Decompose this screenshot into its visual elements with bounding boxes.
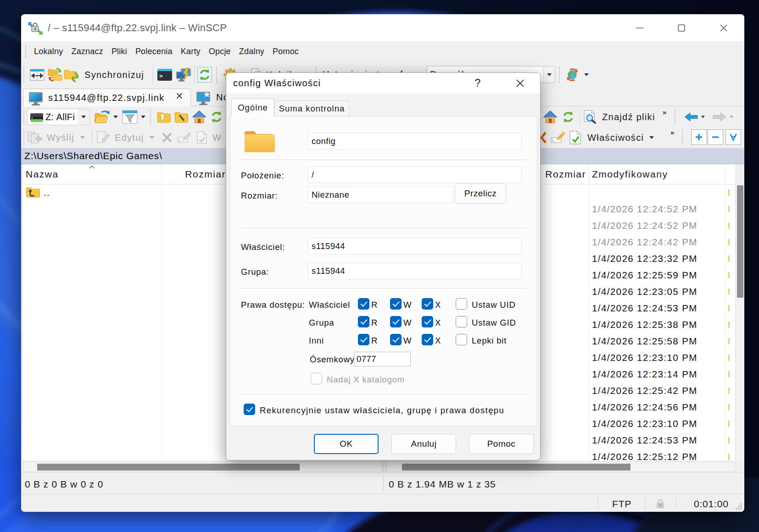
open-session-button[interactable] [174, 66, 193, 83]
dialog-tab-ogolne[interactable]: Ogólne [231, 99, 274, 116]
open-terminal-button[interactable]: > [156, 66, 174, 83]
menu-pliki[interactable]: Pliki [107, 47, 131, 56]
column-header-rozmiar[interactable]: Rozmiar [162, 164, 226, 184]
dialog-tab-suma-kontrolna[interactable]: Suma kontrolna [274, 100, 349, 116]
open-directory-dropdown[interactable] [112, 109, 120, 125]
help-button[interactable]: Pomoc [469, 434, 534, 454]
toolbar-overflow-chevron[interactable]: » [670, 128, 673, 136]
permission-checkbox-w[interactable] [390, 334, 402, 345]
home-directory-button[interactable] [190, 109, 208, 125]
toolbar-grip[interactable] [675, 109, 676, 125]
edit-button[interactable]: Edytuj [96, 129, 157, 146]
rename-right-button[interactable]: I.. [549, 129, 568, 146]
cancel-button[interactable]: Anuluj [391, 434, 456, 454]
home-directory-right-button[interactable] [541, 109, 559, 125]
vertical-scrollbar-thumb[interactable] [737, 185, 743, 298]
dialog-help-button[interactable]: ? [468, 73, 488, 93]
menu-zaznacz[interactable]: Zaznacz [67, 47, 107, 56]
close-button[interactable] [710, 14, 737, 41]
filter-button[interactable] [121, 109, 139, 125]
permission-checkbox-x[interactable] [422, 298, 433, 310]
menu-karty[interactable]: Karty [177, 47, 205, 56]
special-permission-checkbox[interactable] [456, 298, 467, 310]
toolbar-grip[interactable] [23, 130, 25, 145]
minimize-button[interactable] [626, 14, 653, 41]
special-permission-checkbox[interactable] [456, 316, 467, 327]
upload-button[interactable]: Wyślij [27, 129, 87, 146]
location-field[interactable]: / [307, 166, 522, 183]
synchronize-button[interactable]: Synchronizuj [64, 66, 151, 83]
refresh-right-button[interactable] [559, 109, 577, 125]
permission-checkbox-x[interactable] [422, 316, 433, 327]
root-directory-button[interactable] [173, 109, 190, 125]
permission-checkbox-x[interactable] [422, 334, 433, 345]
close-tab-icon[interactable] [176, 92, 183, 102]
find-files-button[interactable]: Znajdź pliki [583, 109, 661, 125]
maximize-button[interactable] [668, 14, 695, 41]
toolbar-grip[interactable] [23, 109, 25, 125]
selection-filter-button[interactable] [726, 129, 741, 145]
add-x-checkbox[interactable] [311, 373, 322, 384]
toolbar-grip[interactable] [216, 66, 218, 83]
permission-checkbox-r[interactable] [358, 334, 369, 345]
dialog-close-button[interactable] [510, 73, 530, 93]
toolbar-grip[interactable] [23, 66, 25, 83]
forward-dropdown[interactable] [728, 109, 735, 125]
refresh-button[interactable] [197, 67, 212, 83]
permission-checkbox-w[interactable] [390, 298, 402, 310]
drive-combobox[interactable]: Z: AllFi [27, 109, 90, 125]
vertical-scrollbar[interactable] [735, 184, 744, 461]
menu-pomoc[interactable]: Pomoc [268, 47, 303, 56]
back-dropdown[interactable] [699, 109, 707, 125]
ok-button[interactable]: OK [314, 434, 379, 454]
column-separator[interactable] [725, 164, 726, 184]
group-field[interactable]: s115944 [307, 263, 522, 279]
name-field[interactable]: config [307, 133, 522, 150]
filter-dropdown[interactable] [139, 109, 147, 125]
toolbar-overflow-chevron[interactable]: » [663, 108, 665, 116]
column-separator[interactable] [589, 164, 589, 184]
remote-scrollbar-thumb[interactable] [402, 464, 631, 471]
back-button[interactable] [682, 109, 700, 125]
octal-field[interactable]: 0777 [354, 352, 411, 366]
unselect-files-button[interactable] [708, 129, 723, 145]
local-horizontal-scrollbar[interactable] [23, 461, 382, 472]
rename-button[interactable]: I.. [175, 129, 194, 146]
permission-checkbox-w[interactable] [390, 316, 402, 327]
remote-horizontal-scrollbar[interactable] [387, 461, 735, 472]
resize-grip-icon[interactable] [735, 503, 742, 510]
refresh-left-button[interactable] [208, 109, 225, 125]
forward-button[interactable] [710, 109, 729, 125]
menu-zdalny[interactable]: Zdalny [235, 47, 268, 56]
permission-checkbox-r[interactable] [358, 316, 369, 327]
transfer-preset-dropdown[interactable] [543, 66, 555, 83]
synchronization-dropdown[interactable] [582, 66, 591, 83]
properties-right-button[interactable]: Właściwości [568, 129, 648, 146]
toolbar-grip[interactable] [682, 130, 684, 145]
security-lock-icon[interactable] [655, 498, 666, 509]
menu-polecenia[interactable]: Polecenia [131, 47, 177, 56]
properties-left-button[interactable] [194, 129, 210, 146]
column-header-zmodyfikowany[interactable]: Zmodyfikowany [592, 164, 668, 184]
parent-directory-button[interactable] [156, 109, 173, 125]
menubar-grip[interactable] [25, 45, 28, 58]
dialog-titlebar[interactable]: config Właściwości ? [226, 73, 540, 93]
menu-opcje[interactable]: Opcje [205, 47, 235, 56]
toolbar-grip[interactable] [559, 66, 561, 83]
owner-field[interactable]: s115944 [307, 238, 522, 255]
menu-lokalny[interactable]: Lokalny [30, 47, 67, 56]
special-permission-checkbox[interactable] [456, 334, 467, 345]
toolbar-grip[interactable] [150, 109, 152, 125]
recursive-checkbox[interactable] [244, 404, 255, 415]
tab-session-active[interactable]: s115944@ftp.22.svpj.link [23, 89, 191, 107]
size-field[interactable]: Nieznane [307, 187, 453, 203]
delete-button[interactable] [159, 129, 175, 146]
synchronization-button[interactable] [564, 66, 581, 83]
open-directory-button[interactable] [93, 109, 112, 125]
select-files-button[interactable] [691, 129, 707, 145]
calculate-button[interactable]: Przelicz [455, 183, 506, 204]
panel-splitter[interactable] [383, 461, 386, 472]
window-titlebar[interactable]: / – s115944@ftp.22.svpj.link – WinSCP [21, 14, 744, 41]
local-scrollbar-thumb[interactable] [37, 464, 300, 471]
toggle-panels-button[interactable] [28, 66, 46, 83]
